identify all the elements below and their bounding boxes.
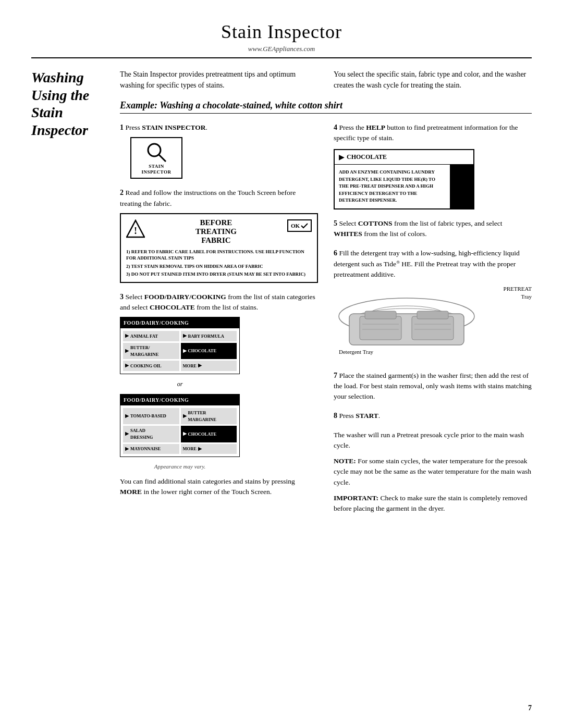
appearance-note: Appearance may vary. <box>120 462 240 471</box>
step-3: 3 Select FOOD/DAIRY/COOKING from the lis… <box>120 291 318 498</box>
stain-inspector-icon <box>145 141 168 164</box>
before-treating-title-text: BEFORETREATINGFABRIC <box>148 218 284 245</box>
ok-badge: OK <box>287 219 312 232</box>
arrow-animal-fat: ▶ <box>125 332 129 340</box>
food-item-baby-formula[interactable]: ▶BABY FORMULA <box>181 331 237 341</box>
before-treating-title: BEFORETREATINGFABRIC <box>148 218 284 245</box>
food-item-mayo[interactable]: ▶MAYONNAISE <box>123 444 179 454</box>
step-8-number: 8 <box>334 412 337 419</box>
step-7-text: Place the stained garment(s) in the wash… <box>334 372 532 401</box>
pretreat-label-text: PRETREATTray <box>504 286 532 299</box>
detergent-label: Detergent Tray <box>339 348 373 356</box>
food-dairy-box-2: FOOD/DAIRY/COOKING ▶TOMATO-BASED ▶BUTTER… <box>120 394 240 458</box>
intro-col-2: You select the specific stain, fabric ty… <box>334 69 532 91</box>
step-3-number: 3 <box>120 293 124 301</box>
example-heading: Example: Washing a chocolate-stained, wh… <box>120 100 532 114</box>
arrow-cooking-oil: ▶ <box>125 362 129 369</box>
important-paragraph: IMPORTANT: Check to make sure the stain … <box>334 493 532 514</box>
washer-note: The washer will run a Pretreat presoak c… <box>334 430 532 451</box>
step-6-number: 6 <box>334 249 337 257</box>
note-paragraph: NOTE: For some stain cycles, the water t… <box>334 456 532 488</box>
food-item-chocolate-2[interactable]: ▶CHOCOLATE <box>181 426 237 442</box>
detergent-label-text: Detergent Tray <box>339 349 373 355</box>
step-1-bold: STAIN INSPECTOR <box>142 124 205 131</box>
step-6: 6 Fill the detergent tray with a low-sud… <box>334 248 532 362</box>
before-item-1: 1) REFER TO FABRIC CARE LABEL FOR INSTRU… <box>126 249 312 262</box>
step-1-number: 1 <box>120 124 124 131</box>
arrow-baby-formula: ▶ <box>183 332 187 340</box>
arrow-chocolate-1: ▶ <box>183 348 187 355</box>
step-5-number: 5 <box>334 219 337 227</box>
step-4-pre: Press the <box>339 124 366 131</box>
step-5-mid: from the list of fabric types, and selec… <box>393 219 503 227</box>
ok-label: OK <box>291 221 300 230</box>
top-divider <box>31 57 532 58</box>
step-5-end: from the list of colors. <box>362 230 427 238</box>
page-number: 7 <box>528 704 532 712</box>
chocolate-black-bar <box>450 165 473 208</box>
step-3-bold2: CHOCOLATE <box>150 303 195 311</box>
chocolate-arrow-icon: ▶ <box>339 152 344 163</box>
before-treating-items: 1) REFER TO FABRIC CARE LABEL FOR INSTRU… <box>126 249 312 278</box>
checkmark-icon <box>301 223 308 229</box>
stain-inspector-label: STAININSPECTOR <box>142 164 172 175</box>
note-label: NOTE: <box>334 457 356 465</box>
arrow-butter: ▶ <box>125 348 129 355</box>
step-5-bold1: COTTONS <box>358 219 393 227</box>
svg-rect-11 <box>417 311 448 319</box>
food-item-butter-margarine-2[interactable]: ▶BUTTERMARGARINE <box>181 408 237 425</box>
food-item-more-1[interactable]: MORE▶ <box>181 361 237 371</box>
food-item-tomato[interactable]: ▶TOMATO-BASED <box>123 408 179 425</box>
step-3-end: from the list of stains. <box>195 303 259 311</box>
food-item-chocolate-1[interactable]: ▶CHOCOLATE <box>181 343 237 360</box>
or-text: or <box>120 379 240 389</box>
step-7-number: 7 <box>334 372 337 379</box>
page-title: Stain Inspector <box>31 21 532 43</box>
note-text: For some stain cycles, the water tempera… <box>334 457 531 486</box>
chocolate-body: ADD AN ENZYME CONTAINING LAUNDRY DETERGE… <box>335 165 473 208</box>
step-8-end: . <box>378 412 380 419</box>
step-2-number: 2 <box>120 189 124 196</box>
step-4: 4 Press the HELP button to find pretreat… <box>334 122 532 209</box>
step-1: 1 Press STAIN INSPECTOR. STAININSPECTOR <box>120 122 318 179</box>
step-2-text: Read and follow the instructions on the … <box>120 189 296 207</box>
left-sidebar: Washing Using the Stain Inspector <box>31 69 115 519</box>
intro-col-1: The Stain Inspector provides pretreatmen… <box>120 69 318 91</box>
steps-columns: 1 Press STAIN INSPECTOR. STAININSPECTOR <box>120 122 532 519</box>
svg-rect-9 <box>412 316 454 340</box>
food-item-more-2[interactable]: MORE▶ <box>181 444 237 454</box>
pretreat-tray-area: PRETREATTray Detergent Tray <box>334 285 532 361</box>
more-bold: MORE <box>120 488 142 496</box>
food-item-butter-margarine[interactable]: ▶BUTTER/MARGARINE <box>123 343 179 360</box>
food-item-animal-fat[interactable]: ▶ANIMAL FAT <box>123 331 179 341</box>
before-treating-box: ! BEFORETREATINGFABRIC OK <box>120 213 318 283</box>
steps-col-right: 4 Press the HELP button to find pretreat… <box>334 122 532 519</box>
chocolate-header-label: CHOCOLATE <box>347 152 387 162</box>
step-1-text: Press <box>125 124 142 131</box>
main-layout: Washing Using the Stain Inspector The St… <box>31 69 532 519</box>
step-3-bold1: FOOD/DAIRY/COOKING <box>144 293 226 301</box>
step-3-extra: You can find additional stain categories… <box>120 476 318 498</box>
step-8-bold: START <box>356 412 378 419</box>
chocolate-body-text: ADD AN ENZYME CONTAINING LAUNDRY DETERGE… <box>335 165 450 208</box>
before-item-2: 2) TEST STAIN REMOVAL TIPS ON HIDDEN ARE… <box>126 263 312 270</box>
content-area: The Stain Inspector provides pretreatmen… <box>115 69 532 519</box>
step-4-bold: HELP <box>366 124 385 131</box>
food-dairy-header-2: FOOD/DAIRY/COOKING <box>120 394 239 405</box>
svg-rect-8 <box>360 316 401 340</box>
step-1-punct: . <box>205 124 207 131</box>
food-dairy-box-1: FOOD/DAIRY/COOKING ▶ANIMAL FAT ▶BABY FOR… <box>120 317 240 374</box>
sidebar-heading: Washing Using the Stain Inspector <box>31 69 104 139</box>
steps-col-left: 1 Press STAIN INSPECTOR. STAININSPECTOR <box>120 122 318 519</box>
step-3-pre: Select <box>125 293 144 301</box>
chocolate-header: ▶ CHOCOLATE <box>335 150 473 165</box>
food-item-cooking-oil[interactable]: ▶COOKING OIL <box>123 361 179 371</box>
food-item-salad[interactable]: ▶SALADDRESSING <box>123 426 179 442</box>
step-5-bold2: WHITES <box>334 230 362 238</box>
step-5-pre: Select <box>339 219 358 227</box>
subtitle-url: www.GEAppliances.com <box>31 45 532 53</box>
step-8: 8 Press START. <box>334 410 532 421</box>
pretreat-label: PRETREATTray <box>504 285 532 300</box>
intro-columns: The Stain Inspector provides pretreatmen… <box>120 69 532 91</box>
step-8-pre: Press <box>339 412 356 419</box>
